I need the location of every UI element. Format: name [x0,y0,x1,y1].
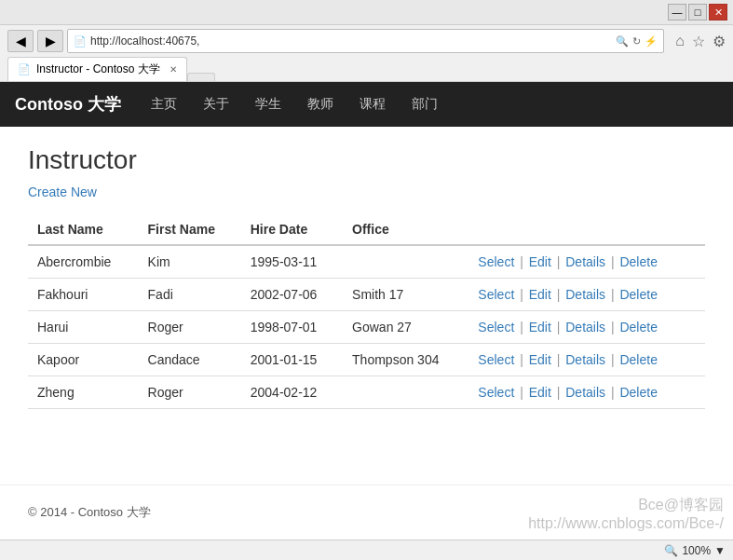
sep3: | [611,320,615,335]
nav-link-about[interactable]: 关于 [192,83,240,126]
select-link[interactable]: Select [478,385,514,400]
site-footer: © 2014 - Contoso 大学 [0,485,733,540]
cell-actions: Select | Edit | Details | Delete [468,245,705,279]
edit-link[interactable]: Edit [529,287,551,302]
details-link[interactable]: Details [565,254,605,269]
table-row: Fakhouri Fadi 2002-07-06 Smith 17 Select… [28,279,705,311]
active-tab[interactable]: 📄 Instructor - Contoso 大学 ✕ [7,57,187,81]
main-content: Instructor Create New Last Name First Na… [0,127,733,485]
cell-office: Thompson 304 [343,344,468,376]
delete-link[interactable]: Delete [619,320,657,335]
col-header-last-name: Last Name [28,214,139,245]
col-header-hire-date: Hire Date [241,214,343,245]
address-text: http://localhost:40675, [90,34,612,48]
sep3: | [611,254,615,269]
tab-close-button[interactable]: ✕ [170,64,177,75]
sep2: | [557,254,561,269]
forward-button[interactable]: ▶ [37,30,63,52]
cell-hire-date: 1995-03-11 [241,245,343,279]
table-head: Last Name First Name Hire Date Office [28,214,705,245]
zoom-level: 100% [682,544,711,557]
site-nav: Contoso 大学 主页 关于 学生 教师 课程 部门 [0,82,733,127]
cell-office [343,245,468,279]
nav-link-teachers[interactable]: 教师 [296,83,345,126]
nav-link-home[interactable]: 主页 [140,83,188,126]
table-row: Harui Roger 1998-07-01 Gowan 27 Select |… [28,311,705,344]
refresh-icon: ↻ [632,35,641,48]
cell-last-name: Zheng [28,376,139,409]
col-header-office: Office [343,214,468,245]
delete-link[interactable]: Delete [619,287,657,302]
sep2: | [557,320,561,335]
back-button[interactable]: ◀ [7,30,34,52]
create-new-link[interactable]: Create New [28,184,97,199]
select-link[interactable]: Select [478,352,514,367]
nav-link-students[interactable]: 学生 [244,83,292,126]
cell-hire-date: 2001-01-15 [241,344,343,376]
zoom-icon: 🔍 [664,544,678,557]
tab-label: Instructor - Contoso 大学 [36,61,160,77]
back-icon: ◀ [16,34,26,48]
nav-link-departments[interactable]: 部门 [400,83,449,126]
page-title: Instructor [28,145,705,175]
edit-link[interactable]: Edit [529,352,551,367]
cell-office [343,376,468,409]
instructors-table: Last Name First Name Hire Date Office Ab… [28,214,705,409]
sep3: | [611,287,615,302]
tab-favicon: 📄 [18,63,31,75]
select-link[interactable]: Select [478,254,514,269]
select-link[interactable]: Select [478,320,514,335]
table-header-row: Last Name First Name Hire Date Office [28,214,705,245]
sep2: | [557,352,561,367]
cell-actions: Select | Edit | Details | Delete [468,279,705,311]
cell-first-name: Kim [139,245,241,279]
zoom-dropdown-icon[interactable]: ▼ [714,544,726,557]
sep3: | [611,385,615,400]
maximize-button[interactable]: □ [688,4,707,20]
browser-chrome: — □ ✕ ◀ ▶ 📄 http://localhost:40675, 🔍 ↻ … [0,0,733,82]
cell-first-name: Fadi [139,279,241,311]
close-button[interactable]: ✕ [709,4,727,20]
select-link[interactable]: Select [478,287,514,302]
settings-icon[interactable]: ⚙ [713,33,726,50]
edit-link[interactable]: Edit [529,320,551,335]
cell-office: Smith 17 [343,279,468,311]
cell-actions: Select | Edit | Details | Delete [468,376,705,409]
delete-link[interactable]: Delete [619,352,657,367]
cell-actions: Select | Edit | Details | Delete [468,311,705,344]
details-link[interactable]: Details [565,320,605,335]
cell-hire-date: 1998-07-01 [241,311,343,344]
edit-link[interactable]: Edit [529,385,551,400]
edit-link[interactable]: Edit [529,254,551,269]
search-icon: 🔍 [616,35,629,48]
delete-link[interactable]: Delete [619,254,657,269]
delete-link[interactable]: Delete [619,385,657,400]
cell-last-name: Abercrombie [28,245,139,279]
sep1: | [520,254,523,269]
nav-link-courses[interactable]: 课程 [348,83,397,126]
site-brand: Contoso 大学 [15,93,121,116]
address-bar[interactable]: 📄 http://localhost:40675, 🔍 ↻ ⚡ [67,29,664,53]
favorites-icon[interactable]: ☆ [692,33,705,50]
window-controls: — □ ✕ [668,4,727,20]
inactive-tab[interactable] [187,73,215,81]
sep1: | [520,352,523,367]
sep3: | [611,352,615,367]
footer-text: © 2014 - Contoso 大学 [28,505,151,519]
details-link[interactable]: Details [565,287,605,302]
col-header-first-name: First Name [139,214,241,245]
cell-actions: Select | Edit | Details | Delete [468,344,705,376]
cell-first-name: Roger [139,311,241,344]
status-bar: 🔍 100% ▼ [0,540,733,560]
cert-icon: ⚡ [645,35,658,48]
details-link[interactable]: Details [565,352,605,367]
nav-links: 主页 关于 学生 教师 课程 部门 [140,83,449,126]
toolbar-icons: ⌂ ☆ ⚙ [675,33,726,50]
minimize-button[interactable]: — [668,4,686,20]
details-link[interactable]: Details [565,385,605,400]
browser-nav-bar: ◀ ▶ 📄 http://localhost:40675, 🔍 ↻ ⚡ ⌂ ☆ … [0,25,733,57]
home-icon[interactable]: ⌂ [675,33,685,49]
sep1: | [520,320,523,335]
zoom-control[interactable]: 🔍 100% ▼ [664,544,726,557]
table-body: Abercrombie Kim 1995-03-11 Select | Edit… [28,245,705,409]
